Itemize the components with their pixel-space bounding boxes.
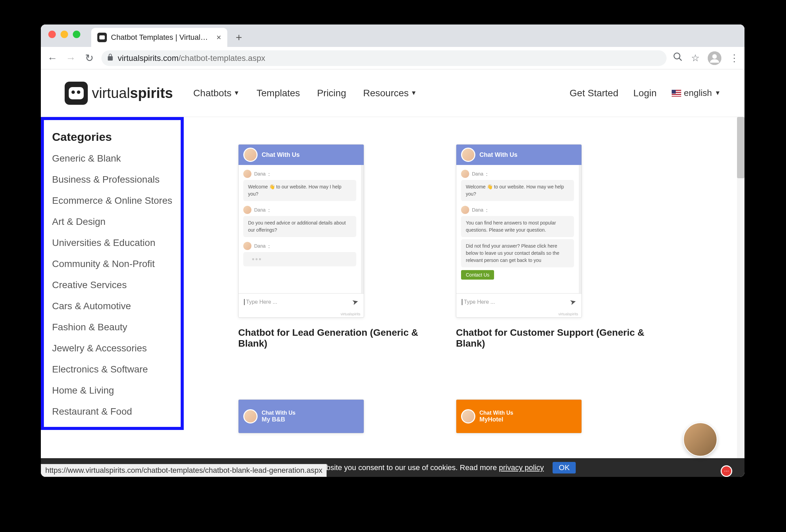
sidebar-item[interactable]: Jewelry & Accessories [52, 343, 174, 354]
nav-templates[interactable]: Templates [257, 88, 300, 99]
new-tab-button[interactable]: + [231, 29, 247, 46]
nav-right: Get Started Login english ▼ [570, 88, 721, 99]
template-card[interactable]: Chat With Us My B&B [238, 399, 429, 463]
chat-message: Welcome 👋 to our website. How may we hel… [461, 180, 574, 201]
logo-text: virtualspirits [92, 85, 173, 101]
chat-widget-avatar [683, 422, 717, 456]
back-button[interactable]: ← [46, 52, 59, 64]
chat-message: You can find here answers to most popula… [461, 216, 574, 237]
template-card[interactable]: Chat With Us Dana: Welcome 👋 to our webs… [456, 144, 646, 379]
avatar [243, 242, 251, 250]
url-text: virtualspirits.com/chatbot-templates.asp… [118, 53, 265, 63]
chat-badge-icon: ⋯ [721, 465, 732, 477]
categories-sidebar: Categories Generic & Blank Business & Pr… [41, 117, 184, 430]
chat-message: Welcome 👋 to our website. How may I help… [243, 180, 356, 201]
tab-title: Chatbot Templates | VirtualSpi... [111, 33, 212, 42]
profile-button[interactable] [708, 51, 721, 65]
template-card[interactable]: Chat With Us Dana: Welcome 👋 to our webs… [238, 144, 429, 379]
address-bar: ← → ↻ virtualspirits.com/chatbot-templat… [41, 47, 744, 69]
logo-icon [65, 82, 88, 105]
browser-tab[interactable]: Chatbot Templates | VirtualSpi... × [91, 28, 227, 47]
sidebar-item[interactable]: Universities & Education [52, 237, 174, 248]
chat-header: Chat With Us [239, 145, 364, 165]
sidebar-item[interactable]: Ecommerce & Online Stores [52, 195, 174, 206]
privacy-policy-link[interactable]: privacy policy [499, 463, 544, 472]
chat-header: Chat With Us My B&B [239, 400, 364, 433]
sidebar-item[interactable]: Home & Living [52, 385, 174, 396]
svg-line-1 [679, 58, 682, 61]
close-window-button[interactable] [48, 31, 56, 38]
nav-pricing[interactable]: Pricing [317, 88, 346, 99]
maximize-window-button[interactable] [73, 31, 80, 38]
toolbar-right: ☆ ⋮ [673, 51, 739, 65]
lock-icon [108, 54, 114, 62]
avatar [461, 206, 469, 214]
browser-chrome: Chatbot Templates | VirtualSpi... × + ← … [41, 24, 744, 69]
send-icon: ➤ [569, 297, 577, 307]
cookie-ok-button[interactable]: OK [553, 462, 576, 473]
sidebar-list: Generic & Blank Business & Professionals… [52, 153, 174, 417]
chat-body: Dana: Welcome 👋 to our website. How may … [239, 165, 364, 293]
template-title: Chatbot for Lead Generation (Generic & B… [238, 327, 429, 349]
scroll-thumb[interactable] [737, 117, 744, 178]
templates-grid: Chat With Us Dana: Welcome 👋 to our webs… [238, 117, 660, 477]
status-bar: https://www.virtualspirits.com/chatbot-t… [41, 464, 327, 477]
url-input[interactable]: virtualspirits.com/chatbot-templates.asp… [101, 50, 667, 66]
page-content: virtualspirits Chatbots▼ Templates Prici… [41, 69, 744, 477]
search-icon[interactable] [673, 52, 683, 64]
nav-menu: Chatbots▼ Templates Pricing Resources▼ [193, 88, 417, 99]
get-started-link[interactable]: Get Started [570, 88, 618, 99]
template-title: Chatbot for Customer Support (Generic & … [456, 327, 646, 349]
bookmark-icon[interactable]: ☆ [691, 52, 700, 64]
typing-indicator [243, 252, 356, 266]
chat-preview: Chat With Us MyHotel [456, 399, 582, 433]
template-card[interactable]: Chat With Us MyHotel [456, 399, 646, 463]
nav-chatbots[interactable]: Chatbots▼ [193, 88, 240, 99]
send-icon: ➤ [351, 297, 359, 307]
chevron-down-icon: ▼ [233, 89, 240, 97]
window-controls [46, 31, 85, 38]
close-tab-button[interactable]: × [216, 33, 221, 42]
chat-preview: Chat With Us Dana: Welcome 👋 to our webs… [456, 144, 582, 318]
chevron-down-icon: ▼ [715, 89, 721, 97]
svg-point-0 [674, 53, 680, 59]
forward-button[interactable]: → [65, 52, 77, 64]
avatar [461, 170, 469, 178]
chevron-down-icon: ▼ [411, 89, 417, 97]
language-selector[interactable]: english ▼ [672, 88, 721, 98]
browser-window: Chatbot Templates | VirtualSpi... × + ← … [41, 24, 744, 477]
chat-brand: virtualspirits [239, 311, 364, 317]
chat-body: Dana: Welcome 👋 to our website. How may … [456, 165, 582, 293]
tab-bar: Chatbot Templates | VirtualSpi... × + [41, 24, 744, 47]
minimize-window-button[interactable] [61, 31, 68, 38]
sidebar-item[interactable]: Restaurant & Food [52, 406, 174, 417]
chat-input: Type Here ... ➤ [456, 293, 582, 311]
chat-message: Do you need advice or additional details… [243, 216, 356, 237]
sidebar-item[interactable]: Electronics & Software [52, 364, 174, 375]
favicon-icon [97, 33, 107, 42]
login-link[interactable]: Login [633, 88, 657, 99]
sidebar-title: Categories [52, 130, 174, 144]
avatar [243, 409, 258, 423]
avatar [243, 148, 258, 162]
scrollbar[interactable] [737, 117, 744, 477]
avatar [243, 170, 251, 178]
avatar [461, 409, 475, 423]
logo[interactable]: virtualspirits [65, 82, 173, 105]
avatar [243, 206, 251, 214]
sidebar-item[interactable]: Cars & Automotive [52, 301, 174, 312]
sidebar-item[interactable]: Fashion & Beauty [52, 322, 174, 333]
chat-brand: virtualspirits [456, 311, 582, 317]
flag-icon [672, 90, 681, 97]
sidebar-item[interactable]: Generic & Blank [52, 153, 174, 164]
sidebar-item[interactable]: Business & Professionals [52, 174, 174, 185]
chat-input: Type Here ... ➤ [239, 293, 364, 311]
chat-preview: Chat With Us My B&B [238, 399, 364, 433]
sidebar-item[interactable]: Community & Non-Profit [52, 259, 174, 269]
site-header: virtualspirits Chatbots▼ Templates Prici… [41, 69, 744, 117]
menu-button[interactable]: ⋮ [730, 52, 739, 64]
sidebar-item[interactable]: Creative Services [52, 280, 174, 290]
reload-button[interactable]: ↻ [83, 52, 95, 64]
sidebar-item[interactable]: Art & Design [52, 216, 174, 227]
nav-resources[interactable]: Resources▼ [363, 88, 417, 99]
